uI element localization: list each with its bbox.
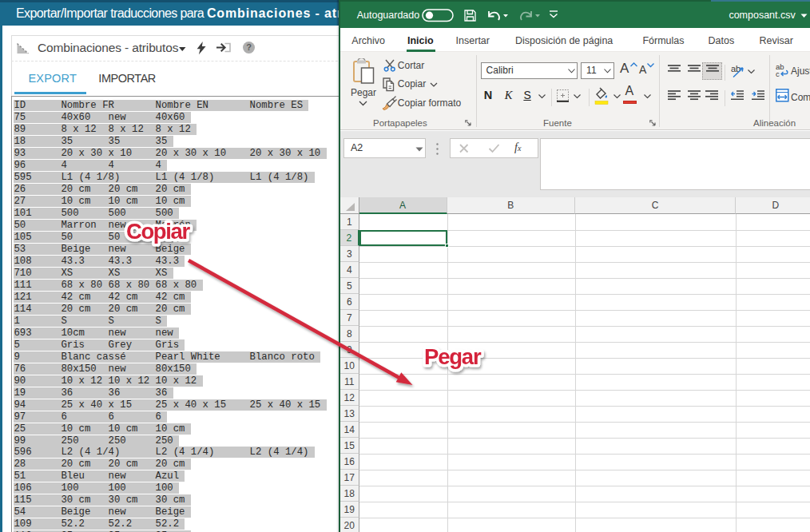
svg-text:c: c xyxy=(776,69,780,77)
